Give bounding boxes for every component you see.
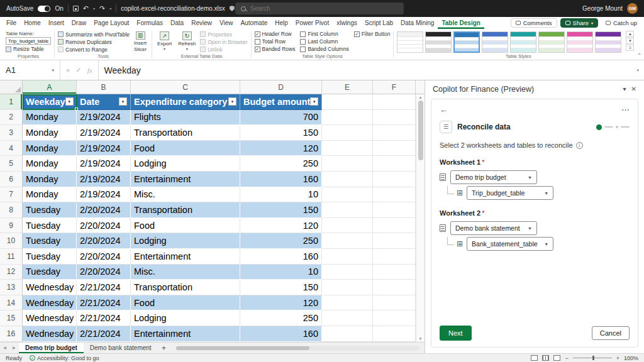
row-header-1[interactable]: 1	[0, 94, 23, 110]
cell-D7[interactable]: 10	[240, 187, 322, 203]
ribbon-tab-draw[interactable]: Draw	[68, 17, 90, 29]
cell-F16[interactable]	[373, 326, 416, 342]
worksheet-1-dropdown[interactable]: Demo trip budget ▼	[450, 170, 537, 184]
header-cell-weekday[interactable]: Weekday▼	[23, 94, 77, 110]
table-properties-button[interactable]: Properties	[200, 31, 247, 38]
normal-view-icon[interactable]	[531, 355, 538, 361]
header-cell-expenditure-category[interactable]: Expenditure category▼	[131, 94, 240, 110]
row-header-8[interactable]: 8	[0, 202, 23, 218]
remove-duplicates-button[interactable]: Remove Duplicates	[58, 38, 130, 45]
unlink-button[interactable]: Unlink	[200, 46, 247, 53]
header-cell-date[interactable]: Date▼	[77, 94, 131, 110]
more-options-icon[interactable]: ⋯	[621, 106, 630, 114]
insert-slicer-button[interactable]: ▥ Insert Slicer	[132, 31, 148, 53]
cell-B3[interactable]: 2/19/2024	[77, 125, 131, 141]
cell-F4[interactable]	[373, 141, 416, 156]
header-row-checkbox[interactable]: ✓	[255, 31, 260, 37]
cell-B16[interactable]: 2/21/2024	[77, 326, 131, 342]
table-style-swatch-pink[interactable]	[567, 31, 593, 53]
vertical-scrollbar[interactable]: ▲ ▼	[416, 94, 425, 342]
export-button[interactable]: ↗ Export ▾	[155, 31, 174, 53]
cell-B8[interactable]: 2/20/2024	[77, 202, 131, 218]
row-header-2[interactable]: 2	[0, 110, 23, 126]
table-2-dropdown[interactable]: Bank_statement_table ▼	[467, 237, 553, 251]
row-header-4[interactable]: 4	[0, 141, 23, 156]
cell-A6[interactable]: Monday	[23, 172, 77, 187]
ribbon-tab-formulas[interactable]: Formulas	[133, 17, 167, 29]
cell-F15[interactable]	[373, 310, 416, 326]
style-option-last-column[interactable]: Last Column	[300, 38, 348, 45]
cell-A5[interactable]: Monday	[23, 156, 77, 172]
ribbon-tab-script-lab[interactable]: Script Lab	[361, 17, 397, 29]
ribbon-tab-file[interactable]: File	[3, 17, 20, 29]
row-header-7[interactable]: 7	[0, 187, 23, 203]
zoom-out-icon[interactable]: −	[565, 355, 568, 361]
column-header-F[interactable]: F	[373, 80, 416, 94]
gallery-down-button[interactable]: ▼	[626, 38, 634, 44]
row-header-9[interactable]: 9	[0, 218, 23, 234]
scroll-down-icon[interactable]: ▼	[419, 337, 423, 341]
header-cell-budget-amount[interactable]: Budget amount▼	[240, 94, 322, 110]
cell-D15[interactable]: 250	[240, 310, 322, 326]
ribbon-tab-data-mining[interactable]: Data Mining	[397, 17, 438, 29]
confirm-entry-icon[interactable]: ✓	[75, 66, 81, 74]
cell-F8[interactable]	[373, 202, 416, 218]
table-style-swatch-blue-dark[interactable]	[482, 31, 508, 53]
cell-B2[interactable]: 2/19/2024	[77, 110, 131, 126]
cell-D13[interactable]: 150	[240, 280, 322, 295]
cell-B4[interactable]: 2/19/2024	[77, 141, 131, 156]
accessibility-status[interactable]: ✓ Accessibility: Good to go	[30, 355, 99, 361]
ribbon-tab-data[interactable]: Data	[167, 17, 187, 29]
cell-A10[interactable]: Tuesday	[23, 233, 77, 249]
ribbon-tab-automate[interactable]: Automate	[236, 17, 271, 29]
row-header-14[interactable]: 14	[0, 295, 23, 311]
share-button[interactable]: Share ▾	[560, 18, 598, 28]
cell-E6[interactable]	[322, 172, 373, 187]
cell-D8[interactable]: 150	[240, 202, 322, 218]
cell-A11[interactable]: Tuesday	[23, 249, 77, 265]
cell-F10[interactable]	[373, 233, 416, 249]
insert-function-icon[interactable]: fx	[87, 67, 92, 74]
cell-E4[interactable]	[322, 141, 373, 156]
cell-F2[interactable]	[373, 110, 416, 126]
cell-D12[interactable]: 10	[240, 265, 322, 280]
cell-F5[interactable]	[373, 156, 416, 172]
cell-B13[interactable]: 2/21/2024	[77, 280, 131, 295]
row-header-15[interactable]: 15	[0, 310, 23, 326]
cell-C7[interactable]: Misc.	[131, 187, 240, 203]
row-header-5[interactable]: 5	[0, 156, 23, 172]
cancel-entry-icon[interactable]: ×	[66, 67, 70, 74]
ribbon-tab-home[interactable]: Home	[20, 17, 45, 29]
cell-B5[interactable]: 2/19/2024	[77, 156, 131, 172]
cell-A16[interactable]: Wednesday	[23, 326, 77, 342]
last-column-checkbox[interactable]	[300, 39, 306, 45]
formula-bar-expand-icon[interactable]: ▾	[631, 60, 644, 80]
cell-B10[interactable]: 2/20/2024	[77, 233, 131, 249]
resize-table-button[interactable]: Resize Table	[6, 45, 51, 53]
row-header-3[interactable]: 3	[0, 125, 23, 141]
cell-D10[interactable]: 250	[240, 233, 322, 249]
cell-F13[interactable]	[373, 280, 416, 295]
column-header-E[interactable]: E	[322, 80, 373, 94]
cancel-button[interactable]: Cancel	[592, 326, 630, 340]
style-option-first-column[interactable]: First Column	[300, 31, 348, 37]
filter-button-b[interactable]: ▼	[119, 97, 127, 106]
column-header-A[interactable]: A	[23, 80, 77, 94]
cell-E10[interactable]	[322, 233, 373, 249]
cell-E2[interactable]	[322, 110, 373, 126]
formula-input[interactable]: Weekday	[99, 60, 632, 80]
banded-columns-checkbox[interactable]	[300, 47, 306, 52]
avatar[interactable]: GM	[627, 3, 638, 14]
sheet-tab-demo-bank-statement[interactable]: Demo bank statement	[84, 343, 158, 353]
row-header-10[interactable]: 10	[0, 233, 23, 249]
ribbon-tab-table-design[interactable]: Table Design	[438, 17, 484, 29]
undo-dropdown-icon[interactable]: ▾	[93, 6, 95, 11]
document-title[interactable]: copilot-excel-reconciliation-demo.xlsx	[121, 5, 225, 12]
table-style-swatch-green[interactable]	[538, 31, 565, 53]
cell-C14[interactable]: Food	[131, 295, 240, 311]
cell-F14[interactable]	[373, 295, 416, 311]
convert-to-range-button[interactable]: Convert to Range	[58, 46, 130, 53]
filter-button-checkbox[interactable]: ✓	[354, 31, 360, 37]
cell-A3[interactable]: Monday	[23, 125, 77, 141]
cell-D3[interactable]: 150	[240, 125, 322, 141]
